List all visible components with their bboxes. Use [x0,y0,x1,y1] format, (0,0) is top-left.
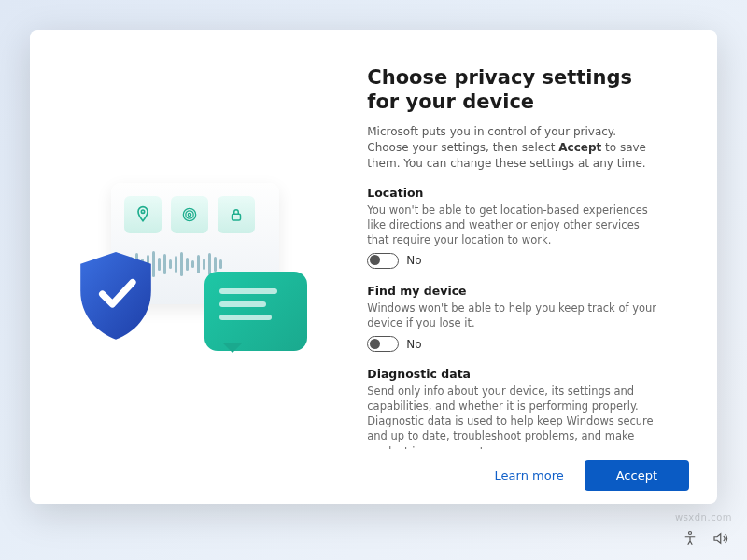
settings-scroll-area[interactable]: LocationYou won't be able to get locatio… [367,186,675,449]
setting-name: Find my device [367,284,662,298]
fingerprint-icon [171,196,208,233]
privacy-settings-dialog: Choose privacy settings for your device … [30,30,717,504]
setting-item: Find my deviceWindows won't be able to h… [367,284,662,352]
content-pane: Choose privacy settings for your device … [359,30,717,504]
dialog-footer: Learn more Accept [367,449,695,491]
lock-icon [218,196,255,233]
setting-item: LocationYou won't be able to get locatio… [367,186,662,269]
toggle-switch[interactable] [367,253,399,269]
shield-check-icon [74,248,158,342]
setting-name: Location [367,186,662,200]
accessibility-icon[interactable] [682,530,698,547]
privacy-illustration [74,174,317,360]
setting-description: Windows won't be able to help you keep t… [367,301,662,330]
svg-point-0 [141,210,144,213]
svg-point-5 [689,532,692,535]
setting-name: Diagnostic data [367,367,662,381]
volume-icon[interactable] [712,530,728,547]
svg-point-2 [185,211,192,218]
toggle-switch[interactable] [367,336,399,352]
toggle-state-label: No [406,338,421,351]
page-title: Choose privacy settings for your device [367,65,647,115]
chat-bubble-icon [204,272,307,351]
svg-rect-4 [232,214,240,220]
learn-more-link[interactable]: Learn more [495,469,564,483]
subtitle-bold: Accept [558,141,601,154]
setting-item: Diagnostic dataSend only info about your… [367,367,662,449]
illustration-pane [30,30,359,504]
svg-point-3 [188,213,190,216]
pin-icon [124,196,162,233]
toggle-state-label: No [406,254,421,267]
accept-button[interactable]: Accept [585,460,689,491]
page-subtitle: Microsoft puts you in control of your pr… [367,124,656,173]
setting-description: Send only info about your device, its se… [367,384,662,449]
watermark-text: wsxdn.com [675,512,732,523]
system-tray [682,530,728,547]
setting-description: You won't be able to get location-based … [367,203,662,247]
